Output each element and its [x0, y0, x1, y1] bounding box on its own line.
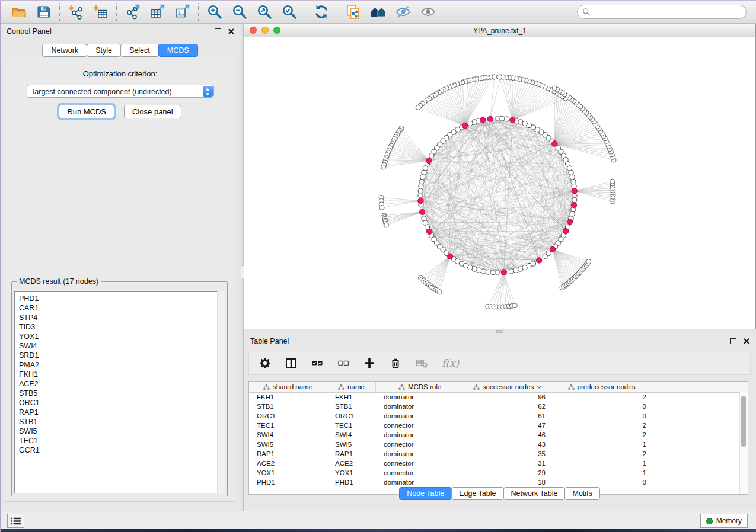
tab-node-table[interactable]: Node Table: [399, 487, 452, 500]
zoom-selected-icon[interactable]: [282, 4, 297, 20]
mcds-result-item[interactable]: STP4: [19, 313, 216, 322]
mcds-list-scrollbar[interactable]: [217, 291, 225, 493]
close-panel-button[interactable]: Close panel: [124, 105, 181, 118]
mcds-result-item[interactable]: SWI5: [19, 427, 216, 436]
import-network-icon[interactable]: [68, 4, 84, 20]
table-cell: FKH1: [327, 393, 376, 400]
apply-layout-icon[interactable]: [314, 4, 329, 20]
float-panel-icon[interactable]: [215, 28, 221, 34]
import-table-icon[interactable]: [93, 4, 109, 20]
memory-button[interactable]: Memory: [700, 514, 748, 528]
first-neighbors-icon[interactable]: [371, 4, 386, 20]
mcds-result-item[interactable]: GCR1: [19, 446, 216, 455]
mcds-result-item[interactable]: SRD1: [19, 351, 216, 360]
mcds-result-item[interactable]: ACE2: [19, 379, 216, 389]
table-scrollbar[interactable]: [739, 392, 748, 494]
mcds-result-list: PHD1CAR1STP4TID3YOX1SWI4SRD1PMA2FKH1ACE2…: [14, 291, 225, 493]
mcds-result-item[interactable]: CAR1: [19, 303, 216, 313]
table-row[interactable]: RAP1RAP1dominator352: [249, 449, 740, 459]
table-cell: TEC1: [327, 422, 376, 429]
table-row[interactable]: SWI5SWI5connector431: [249, 440, 740, 449]
traffic-lights: [250, 27, 280, 34]
export-table-icon[interactable]: [150, 4, 165, 20]
show-all-icon[interactable]: [420, 4, 436, 20]
maximize-window-icon[interactable]: [273, 27, 280, 34]
table-cell: ACE2: [327, 460, 376, 467]
table-cell: connector: [376, 422, 464, 429]
table-cell: 47: [464, 422, 551, 429]
table-row[interactable]: TEC1TEC1connector472: [249, 421, 740, 430]
mcds-result-item[interactable]: TEC1: [19, 436, 216, 446]
toggle-columns-icon[interactable]: [285, 357, 297, 369]
mcds-result-item[interactable]: FKH1: [19, 370, 216, 379]
select-all-icon[interactable]: [311, 357, 323, 369]
float-table-panel-icon[interactable]: [730, 338, 736, 344]
mcds-result-item[interactable]: RAP1: [19, 408, 216, 417]
close-table-panel-icon[interactable]: [744, 338, 749, 344]
minimize-window-icon[interactable]: [261, 27, 269, 34]
close-window-icon[interactable]: [250, 27, 257, 34]
table-row[interactable]: SWI4SWI4dominator462: [249, 430, 740, 440]
tab-motifs[interactable]: Motifs: [564, 487, 599, 500]
mcds-result-fieldset: MCDS result (17 nodes) PHD1CAR1STP4TID3Y…: [11, 277, 228, 496]
mcds-result-item[interactable]: PHD1: [19, 294, 216, 303]
tab-edge-table[interactable]: Edge Table: [451, 487, 503, 500]
mcds-result-item[interactable]: YOX1: [19, 332, 216, 341]
mcds-result-item[interactable]: PMA2: [19, 360, 216, 370]
table-row[interactable]: STB1STB1dominator620: [249, 402, 740, 411]
table-cell: connector: [376, 469, 464, 476]
mcds-result-item[interactable]: ORC1: [19, 398, 216, 408]
zoom-out-icon[interactable]: [232, 4, 247, 20]
tab-style[interactable]: Style: [87, 44, 121, 57]
table-row[interactable]: YOX1YOX1connector291: [249, 468, 740, 477]
mcds-result-title: MCDS result (17 nodes): [17, 277, 101, 286]
zoom-fit-icon[interactable]: [257, 4, 272, 20]
hide-selected-icon[interactable]: [395, 4, 411, 20]
criterion-dropdown[interactable]: largest connected component (undirected): [27, 85, 214, 98]
copy-style-icon[interactable]: [346, 4, 361, 20]
tab-mcds[interactable]: MCDS: [158, 44, 198, 57]
export-image-icon[interactable]: [175, 4, 190, 20]
table-cell: ORC1: [327, 412, 376, 419]
deselect-all-icon[interactable]: [337, 357, 349, 369]
table-cell: RAP1: [327, 450, 376, 457]
save-session-icon[interactable]: [36, 4, 52, 20]
table-row[interactable]: PHD1PHD1dominator180: [249, 477, 740, 487]
column-header-MCDS-role[interactable]: MCDS role: [376, 382, 464, 392]
table-cell: dominator: [376, 431, 464, 438]
mcds-result-item[interactable]: SWI4: [19, 341, 216, 351]
column-header-successor-nodes[interactable]: successor nodes: [464, 382, 551, 392]
close-panel-icon[interactable]: [228, 28, 234, 34]
table-toolbar: f(x): [248, 351, 751, 375]
table-row[interactable]: ORC1ORC1dominator610: [249, 411, 740, 421]
mcds-result-item[interactable]: STB5: [19, 389, 216, 398]
table-cell: STB1: [249, 403, 327, 410]
horizontal-splitter[interactable]: [244, 329, 756, 334]
zoom-in-icon[interactable]: [207, 4, 222, 20]
tab-network-table[interactable]: Network Table: [503, 487, 566, 500]
column-header-shared-name[interactable]: shared name: [249, 382, 327, 392]
horizontal-splitter-handle[interactable]: [496, 330, 503, 333]
dropdown-stepper-icon: [203, 86, 213, 97]
column-header-name[interactable]: name: [327, 382, 376, 392]
mcds-result-item[interactable]: STB1: [19, 417, 216, 427]
column-header-predecessor-nodes[interactable]: predecessor nodes: [551, 382, 652, 392]
table-row[interactable]: ACE2ACE2connector311: [249, 459, 740, 468]
task-history-button[interactable]: [7, 514, 24, 528]
search-input[interactable]: [577, 5, 747, 19]
network-canvas[interactable]: [244, 37, 755, 329]
open-file-icon[interactable]: [11, 4, 27, 20]
table-cell: 2: [551, 393, 652, 400]
mcds-result-item[interactable]: TID3: [19, 322, 216, 332]
table-cell: SWI4: [327, 431, 376, 438]
tab-select[interactable]: Select: [120, 44, 159, 57]
table-row[interactable]: FKH1FKH1dominator962: [249, 392, 740, 402]
run-mcds-button[interactable]: Run MCDS: [59, 105, 114, 118]
delete-column-icon[interactable]: [390, 357, 401, 369]
tab-network[interactable]: Network: [42, 44, 87, 57]
settings-gear-icon[interactable]: [259, 357, 271, 369]
table-cell: 0: [551, 403, 652, 410]
add-column-icon[interactable]: [363, 357, 375, 369]
export-network-icon[interactable]: [125, 4, 141, 20]
table-scrollbar-thumb[interactable]: [741, 396, 746, 447]
